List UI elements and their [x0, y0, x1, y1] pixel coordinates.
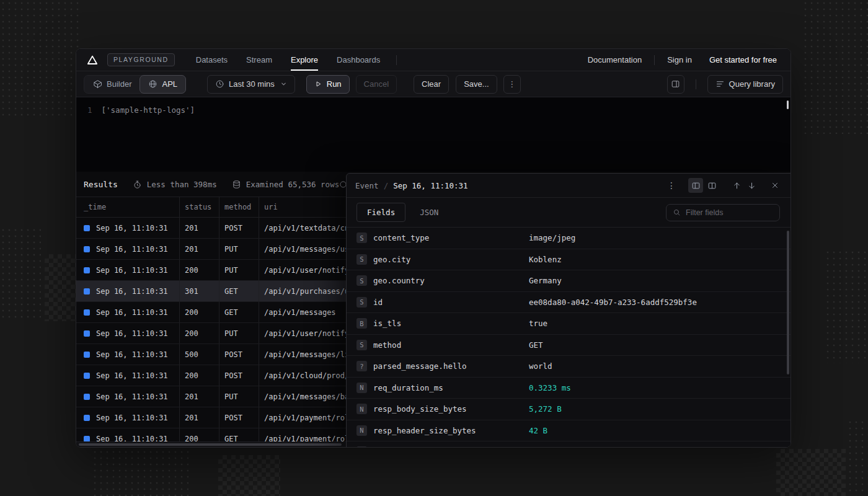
- time-range-button[interactable]: Last 30 mins: [207, 75, 295, 94]
- field-row[interactable]: B is_tls true: [347, 313, 791, 335]
- cell-method: PUT: [219, 386, 259, 407]
- field-row[interactable]: S geo.country Germany: [347, 270, 791, 292]
- apl-label: APL: [162, 79, 177, 89]
- close-panel-button[interactable]: [768, 178, 782, 193]
- field-name-cell: S id: [347, 297, 529, 308]
- field-list: S content_type image/jpeg S geo.city Kob…: [347, 228, 791, 448]
- event-tab[interactable]: JSON: [409, 203, 449, 222]
- cell-status: 201: [180, 386, 219, 407]
- field-name-cell: S server_datacenter: [347, 446, 529, 448]
- event-tabs: Fields JSON: [347, 198, 791, 228]
- field-type-icon: S: [356, 297, 367, 308]
- horizontal-scrollbar[interactable]: [76, 441, 346, 447]
- panel-scrollbar-thumb[interactable]: [787, 231, 789, 374]
- field-row[interactable]: S content_type image/jpeg: [347, 228, 791, 249]
- cell-method: POST: [219, 218, 259, 238]
- field-value: 0.3233 ms: [529, 383, 571, 392]
- event-marker-icon: [84, 225, 90, 231]
- field-row[interactable]: N resp_header_size_bytes 42 B: [347, 420, 791, 442]
- field-name: parsed_message.hello: [373, 361, 467, 371]
- more-options-button[interactable]: ⋮: [503, 75, 521, 94]
- run-button[interactable]: Run: [306, 75, 350, 94]
- save-button[interactable]: Save...: [456, 75, 497, 94]
- cell-status: 500: [180, 344, 219, 365]
- field-name-cell: S method: [347, 340, 529, 350]
- cell-status: 201: [180, 239, 219, 259]
- stopwatch-icon: [133, 180, 142, 189]
- field-row[interactable]: ? parsed_message.hello world: [347, 356, 791, 378]
- event-marker-icon: [84, 267, 90, 273]
- previous-event-button[interactable]: [729, 178, 744, 193]
- field-name-cell: N req_duration_ms: [347, 383, 529, 393]
- panel-layout-icon: [671, 79, 680, 89]
- event-tab[interactable]: Fields: [356, 203, 405, 222]
- event-marker-icon: [84, 373, 90, 379]
- field-type-icon: S: [356, 446, 367, 448]
- cell-time: Sep 16, 11:10:31: [76, 407, 180, 428]
- examined-stat: Examined 65,536 rows: [232, 180, 340, 189]
- split-view-icon[interactable]: [688, 178, 703, 193]
- nav-sign-in[interactable]: Sign in: [667, 55, 692, 64]
- nav-documentation[interactable]: Documentation: [588, 55, 642, 64]
- axiom-logo-icon[interactable]: [86, 54, 99, 66]
- globe-icon: [148, 79, 157, 89]
- background-checker-pattern: [776, 449, 846, 496]
- event-marker-icon: [84, 394, 90, 400]
- field-name: method: [373, 340, 401, 350]
- column-header-method[interactable]: method: [219, 197, 259, 217]
- field-row[interactable]: S method GET: [347, 335, 791, 356]
- columns-view-icon[interactable]: [704, 178, 719, 193]
- field-row[interactable]: S server_datacenter FRA: [347, 441, 791, 448]
- query-editor[interactable]: 1['sample-http-logs']: [76, 97, 790, 172]
- field-value: Koblenz: [529, 255, 562, 264]
- apl-mode-button[interactable]: APL: [140, 75, 186, 94]
- event-marker-icon: [84, 288, 90, 294]
- cell-method: POST: [219, 365, 259, 386]
- top-nav: PLAYGROUND Datasets Stream Explore Dashb…: [76, 49, 790, 71]
- column-header-status[interactable]: status: [180, 197, 219, 217]
- field-name-cell: S geo.country: [347, 275, 529, 286]
- app-window: PLAYGROUND Datasets Stream Explore Dashb…: [76, 48, 791, 448]
- time-range-label: Last 30 mins: [229, 79, 275, 89]
- field-row[interactable]: N req_duration_ms 0.3233 ms: [347, 378, 791, 399]
- nav-right: Documentation Sign in Get started for fr…: [588, 55, 777, 65]
- more-vertical-icon: ⋮: [508, 79, 516, 89]
- query-library-button[interactable]: Query library: [707, 75, 783, 94]
- field-type-icon: N: [356, 383, 367, 393]
- nav-item[interactable]: Explore: [291, 49, 318, 71]
- next-event-button[interactable]: [744, 178, 759, 193]
- event-detail-panel: Event / Sep 16, 11:10:31 ⋮: [346, 173, 791, 448]
- editor-scrollbar[interactable]: [787, 100, 789, 109]
- clear-button[interactable]: Clear: [414, 75, 449, 94]
- filter-fields-input-wrap: [666, 204, 780, 221]
- background-dot-pattern: [847, 419, 868, 496]
- column-header-time[interactable]: _time: [76, 197, 180, 217]
- cell-time: Sep 16, 11:10:31: [76, 365, 180, 386]
- filter-fields-input[interactable]: [686, 208, 773, 217]
- field-row[interactable]: S id ee08da80-a042-49b7-a233-6addf529bf3…: [347, 292, 791, 314]
- layout-toggle-button[interactable]: [667, 75, 684, 94]
- cancel-button[interactable]: Cancel: [356, 75, 397, 94]
- background-dot-pattern: [0, 0, 82, 119]
- field-name: id: [373, 298, 383, 307]
- horizontal-scrollbar-thumb[interactable]: [79, 443, 342, 446]
- builder-mode-button[interactable]: Builder: [84, 75, 140, 94]
- examined-text: Examined 65,536 rows: [246, 180, 340, 189]
- cell-status: 200: [180, 260, 219, 280]
- nav-divider: [654, 55, 655, 65]
- field-row[interactable]: S geo.city Koblenz: [347, 249, 791, 271]
- nav-item[interactable]: Datasets: [196, 49, 228, 71]
- nav-get-started[interactable]: Get started for free: [709, 55, 777, 64]
- cell-method: POST: [219, 407, 259, 428]
- search-icon: [673, 208, 681, 216]
- field-row[interactable]: N resp_body_size_bytes 5,272 B: [347, 399, 791, 420]
- latency-stat: Less than 398ms: [133, 180, 217, 189]
- nav-item[interactable]: Stream: [246, 49, 272, 71]
- field-name-cell: N resp_header_size_bytes: [347, 425, 529, 436]
- nav-item[interactable]: Dashboards: [337, 49, 380, 71]
- event-more-button[interactable]: ⋮: [665, 180, 678, 190]
- background-checker-pattern: [218, 455, 280, 496]
- query-library-label: Query library: [729, 79, 775, 89]
- cell-method: PUT: [219, 239, 259, 259]
- field-type-icon: S: [356, 232, 367, 243]
